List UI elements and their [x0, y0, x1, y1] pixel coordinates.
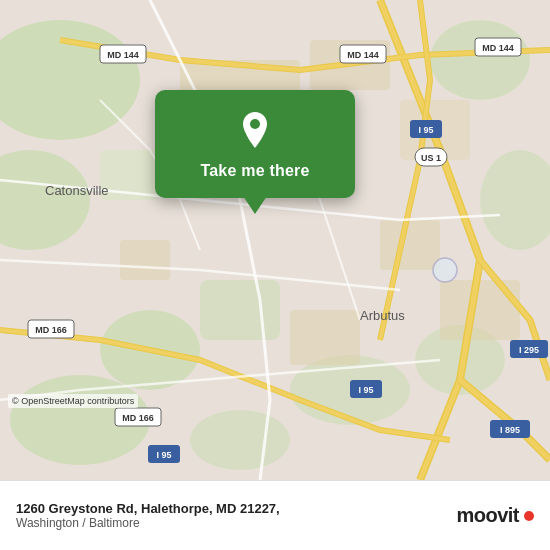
- svg-rect-15: [380, 220, 440, 270]
- svg-point-45: [250, 119, 260, 129]
- svg-point-43: [433, 258, 457, 282]
- svg-text:MD 144: MD 144: [482, 43, 514, 53]
- svg-text:I 95: I 95: [156, 450, 171, 460]
- popup-card: Take me there: [155, 90, 355, 198]
- city-line: Washington / Baltimore: [16, 516, 280, 530]
- osm-credit: © OpenStreetMap contributors: [8, 394, 138, 408]
- address-block: 1260 Greystone Rd, Halethorpe, MD 21227,…: [16, 501, 280, 530]
- svg-text:I 895: I 895: [500, 425, 520, 435]
- take-me-there-button[interactable]: Take me there: [200, 162, 309, 180]
- location-pin-icon: [233, 108, 277, 152]
- svg-text:I 95: I 95: [418, 125, 433, 135]
- moovit-dot-icon: [524, 511, 534, 521]
- svg-text:MD 144: MD 144: [107, 50, 139, 60]
- svg-text:I 95: I 95: [358, 385, 373, 395]
- svg-text:MD 166: MD 166: [122, 413, 154, 423]
- map-container: I 95 I 95 I 895 I 295 MD 144 MD 144 MD 1…: [0, 0, 550, 480]
- moovit-logo: moovit: [456, 504, 534, 527]
- svg-text:I 295: I 295: [519, 345, 539, 355]
- svg-point-5: [430, 20, 530, 100]
- svg-text:MD 166: MD 166: [35, 325, 67, 335]
- svg-point-11: [190, 410, 290, 470]
- map-background: I 95 I 95 I 895 I 295 MD 144 MD 144 MD 1…: [0, 0, 550, 480]
- svg-rect-17: [290, 310, 360, 365]
- moovit-text: moovit: [456, 504, 519, 527]
- svg-text:US 1: US 1: [421, 153, 441, 163]
- svg-rect-18: [120, 240, 170, 280]
- svg-text:Catonsville: Catonsville: [45, 183, 109, 198]
- svg-text:MD 144: MD 144: [347, 50, 379, 60]
- svg-text:Arbutus: Arbutus: [360, 308, 405, 323]
- address-line: 1260 Greystone Rd, Halethorpe, MD 21227,: [16, 501, 280, 516]
- svg-rect-9: [200, 280, 280, 340]
- bottom-bar: 1260 Greystone Rd, Halethorpe, MD 21227,…: [0, 480, 550, 550]
